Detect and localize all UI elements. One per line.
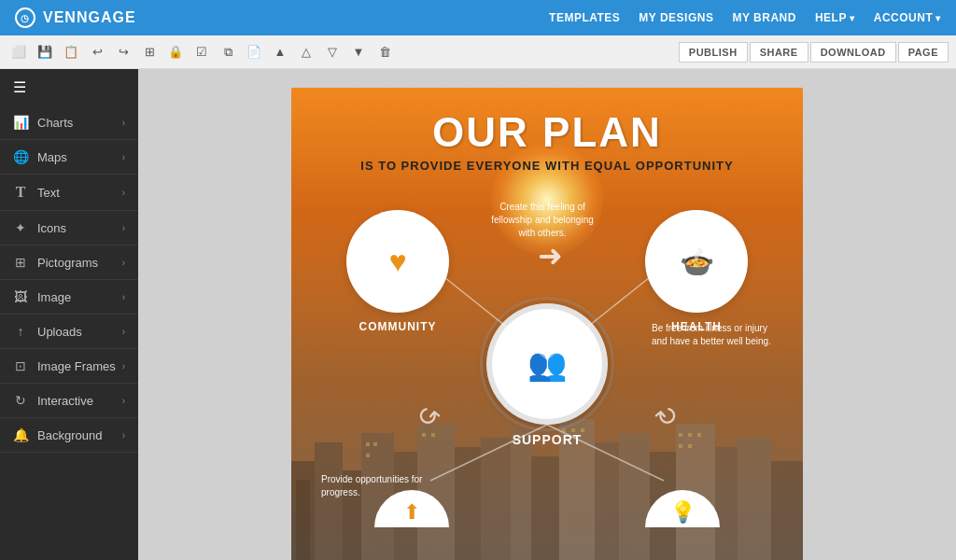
infographic-canvas[interactable]: OUR PLAN IS TO PROVIDE EVERYONE WITH EQU… — [291, 88, 803, 560]
charts-icon: 📊 — [13, 115, 28, 130]
circle-health[interactable]: 🍲 HEALTH — [640, 210, 752, 333]
interactive-chevron: › — [122, 396, 125, 406]
sidebar-item-background[interactable]: 🔔 Background › — [0, 418, 138, 453]
nav-templates[interactable]: TEMPLATES — [549, 11, 620, 24]
arrow-support-right: ↻ — [649, 399, 685, 436]
charts-chevron: › — [122, 118, 125, 128]
nav-my-brand[interactable]: MY BRAND — [732, 11, 795, 24]
sidebar-item-maps[interactable]: 🌐 Maps › — [0, 140, 138, 175]
sidebar-label-image: Image — [37, 290, 71, 304]
circle-bottom-left[interactable]: ⬆ — [370, 490, 454, 527]
background-chevron: › — [122, 430, 125, 441]
sidebar-label-background: Background — [37, 428, 102, 442]
toolbar-undo-btn[interactable]: ↩ — [86, 41, 108, 63]
canvas-area[interactable]: OUR PLAN IS TO PROVIDE EVERYONE WITH EQU… — [138, 69, 956, 560]
logo[interactable]: ◷ VENNGAGE — [15, 7, 136, 28]
text-icon: T — [13, 184, 28, 201]
community-heart-icon: ♥ — [389, 245, 407, 279]
sidebar-item-image[interactable]: 🖼 Image › — [0, 280, 138, 315]
infographic-title: OUR PLAN — [314, 110, 780, 155]
sidebar-item-image-frames[interactable]: ⊡ Image Frames › — [0, 349, 138, 384]
app-name: VENNGAGE — [43, 9, 136, 26]
top-navigation: ◷ VENNGAGE TEMPLATES MY DESIGNS MY BRAND… — [0, 0, 956, 35]
sidebar-item-icons[interactable]: ✦ Icons › — [0, 211, 138, 245]
health-bowl-icon: 🍲 — [680, 245, 714, 278]
bottom-right-icon: 💡 — [670, 500, 696, 525]
maps-icon: 🌐 — [13, 149, 28, 164]
sidebar-label-pictograms: Pictograms — [37, 256, 98, 270]
sidebar-item-pictograms[interactable]: ⊞ Pictograms › — [0, 245, 138, 280]
support-people-icon: 👥 — [527, 345, 567, 383]
toolbar-copy-btn[interactable]: 📋 — [60, 41, 82, 63]
toolbar-up-btn[interactable]: ▲ — [269, 41, 291, 63]
icons-icon: ✦ — [13, 220, 28, 235]
circle-bottom-right[interactable]: 💡 — [640, 490, 724, 527]
desc-health: Be free from illness or injury and have … — [652, 322, 773, 348]
image-icon: 🖼 — [13, 289, 28, 304]
nav-my-designs[interactable]: MY DESIGNS — [639, 11, 713, 24]
icons-chevron: › — [122, 223, 125, 233]
nav-account[interactable]: ACCOUNT — [874, 11, 941, 24]
desc-community: Create this feeling of fellowship and be… — [482, 201, 603, 240]
sidebar-label-maps: Maps — [37, 150, 67, 164]
sidebar-label-icons: Icons — [37, 221, 66, 235]
sidebar-item-uploads[interactable]: ↑ Uploads › — [0, 315, 138, 349]
image-frames-icon: ⊡ — [13, 358, 28, 373]
sidebar-label-charts: Charts — [37, 116, 73, 130]
pictograms-icon: ⊞ — [13, 255, 28, 270]
circle-community-label: COMMUNITY — [359, 320, 437, 333]
uploads-icon: ↑ — [13, 324, 28, 339]
sidebar-label-uploads: Uploads — [37, 325, 82, 339]
logo-icon: ◷ — [15, 7, 35, 28]
toolbar-grid-btn[interactable]: ⊞ — [138, 41, 161, 63]
image-frames-chevron: › — [122, 361, 125, 371]
circle-support[interactable]: 👥 SUPPORT — [482, 303, 612, 447]
sidebar: ☰ 📊 Charts › 🌐 Maps › T Text › ✦ — [0, 69, 138, 560]
uploads-chevron: › — [122, 327, 125, 337]
toolbar-down-btn[interactable]: ▽ — [321, 41, 344, 63]
toolbar-lock-btn[interactable]: 🔒 — [164, 41, 187, 63]
image-chevron: › — [122, 292, 125, 302]
sidebar-label-text: Text — [37, 186, 60, 200]
sidebar-item-text[interactable]: T Text › — [0, 175, 138, 211]
toolbar-actions: PUBLISH SHARE DOWNLOAD PAGE — [679, 42, 949, 63]
circle-community[interactable]: ♥ COMMUNITY — [342, 210, 454, 333]
toolbar-save-btn[interactable]: 💾 — [34, 41, 56, 63]
circle-support-bg: 👥 — [486, 303, 608, 425]
toolbar-down2-btn[interactable]: ▼ — [347, 41, 370, 63]
toolbar-copy2-btn[interactable]: ⧉ — [217, 41, 239, 63]
toolbar-up2-btn[interactable]: △ — [295, 41, 317, 63]
circle-health-bg: 🍲 — [645, 210, 748, 313]
nav-help[interactable]: HELP — [815, 11, 855, 24]
toolbar-check-btn[interactable]: ☑ — [190, 41, 213, 63]
toolbar-paste-btn[interactable]: 📄 — [243, 41, 265, 63]
bottom-left-icon: ⬆ — [403, 500, 420, 525]
arrow-community-health: ➜ — [538, 238, 563, 273]
toolbar-redo-btn[interactable]: ↪ — [112, 41, 134, 63]
nav-links: TEMPLATES MY DESIGNS MY BRAND HELP ACCOU… — [549, 11, 941, 24]
arrow-support-left: ↺ — [409, 399, 445, 436]
infographic-subtitle: IS TO PROVIDE EVERYONE WITH EQUAL OPPORT… — [314, 159, 780, 173]
circle-support-label: SUPPORT — [513, 432, 583, 447]
toolbar-delete-btn[interactable]: 🗑 — [373, 41, 396, 63]
share-button[interactable]: SHARE — [750, 42, 808, 63]
sidebar-label-interactive: Interactive — [37, 394, 93, 408]
sidebar-item-charts[interactable]: 📊 Charts › — [0, 105, 138, 140]
toolbar-frame-btn[interactable]: ⬜ — [7, 41, 30, 63]
main-layout: ☰ 📊 Charts › 🌐 Maps › T Text › ✦ — [0, 69, 956, 560]
publish-button[interactable]: PUBLISH — [679, 42, 748, 63]
maps-chevron: › — [122, 152, 125, 162]
download-button[interactable]: DOWNLOAD — [810, 42, 896, 63]
editor-toolbar: ⬜ 💾 📋 ↩ ↪ ⊞ 🔒 ☑ ⧉ 📄 ▲ △ ▽ ▼ 🗑 PUBLISH SH… — [0, 35, 956, 69]
circles-area: ➜ ↺ ↻ Create this feeling of fellowship … — [314, 191, 780, 527]
pictograms-chevron: › — [122, 258, 125, 268]
interactive-icon: ↻ — [13, 393, 28, 408]
infographic-content: OUR PLAN IS TO PROVIDE EVERYONE WITH EQU… — [291, 88, 803, 550]
circle-community-bg: ♥ — [346, 210, 449, 313]
background-icon: 🔔 — [13, 427, 28, 442]
sidebar-item-interactive[interactable]: ↻ Interactive › — [0, 384, 138, 418]
sidebar-menu-toggle[interactable]: ☰ — [0, 69, 138, 105]
sidebar-label-image-frames: Image Frames — [37, 359, 116, 373]
page-button[interactable]: PAGE — [898, 42, 949, 63]
text-chevron: › — [122, 188, 125, 198]
